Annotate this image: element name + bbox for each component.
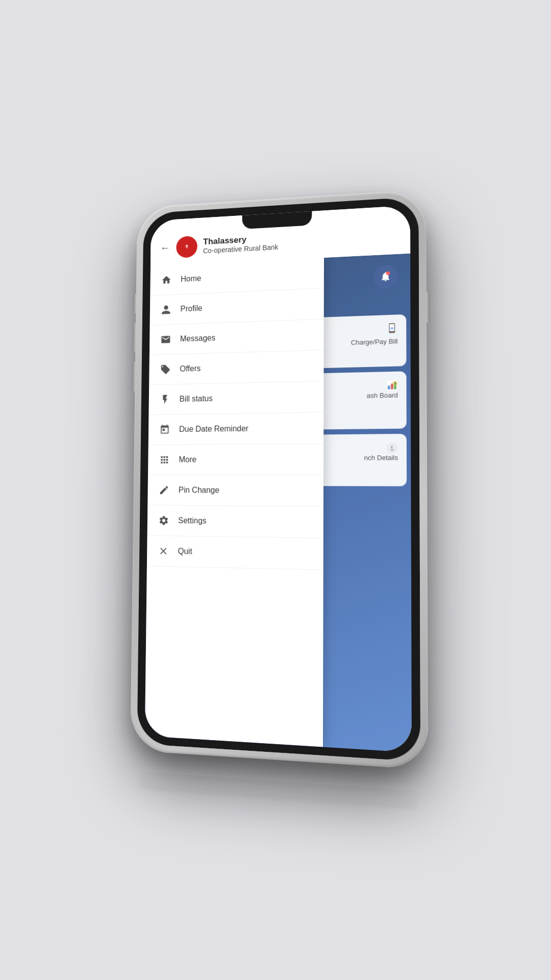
tag-icon — [159, 362, 172, 377]
menu-item-bill-status[interactable]: Bill status — [148, 381, 323, 415]
home-icon — [160, 273, 173, 287]
menu-label-quit: Quit — [178, 547, 192, 556]
menu-label-more: More — [179, 455, 196, 464]
svg-point-2 — [386, 271, 390, 275]
person-icon — [159, 303, 172, 317]
menu-label-offers: Offers — [180, 364, 201, 373]
back-button[interactable]: ← — [160, 241, 171, 255]
main-area: ( 4001051406 ) Ch — [145, 254, 412, 753]
menu-label-bill-status: Bill status — [180, 394, 213, 404]
pencil-icon — [157, 483, 171, 497]
branch-details-card[interactable]: nch Details — [281, 434, 407, 486]
notification-button[interactable] — [373, 264, 397, 289]
calendar-icon — [158, 423, 172, 436]
dashboard-card[interactable]: ash Board — [281, 371, 406, 430]
bank-name: Thalassery Co-operative Rural Bank — [203, 233, 279, 255]
side-drawer: Home Profile — [145, 258, 324, 747]
menu-item-due-date-reminder[interactable]: Due Date Reminder — [148, 412, 323, 445]
silent-switch — [133, 294, 136, 313]
menu-label-profile: Profile — [180, 304, 202, 313]
phone-inner-bezel: ← ₹ Thalassery Co-operative Rural Bank — [137, 197, 421, 762]
svg-point-13 — [389, 445, 396, 452]
branch-details-label: nch Details — [364, 454, 398, 462]
menu-label-pin-change: Pin Change — [179, 486, 219, 495]
lightning-icon — [158, 393, 172, 407]
power-button — [427, 292, 430, 323]
envelope-icon — [159, 332, 172, 347]
grid-icon — [158, 453, 171, 467]
screen: ← ₹ Thalassery Co-operative Rural Bank — [145, 205, 412, 752]
phone-device: ← ₹ Thalassery Co-operative Rural Bank — [130, 189, 428, 770]
drawer-overlay[interactable] — [323, 254, 412, 753]
bank-logo: ₹ — [176, 236, 197, 258]
menu-item-settings[interactable]: Settings — [147, 505, 323, 538]
gear-icon — [157, 513, 171, 528]
x-icon — [157, 544, 170, 558]
menu-item-messages[interactable]: Messages — [149, 320, 323, 355]
menu-item-pin-change[interactable]: Pin Change — [147, 475, 323, 507]
volume-down-button — [132, 362, 135, 391]
menu-label-home: Home — [181, 274, 201, 284]
menu-item-offers[interactable]: Offers — [149, 350, 323, 385]
menu-item-quit[interactable]: Quit — [147, 536, 323, 570]
menu-label-messages: Messages — [180, 333, 215, 344]
volume-up-button — [133, 323, 136, 352]
screen-content: ← ₹ Thalassery Co-operative Rural Bank — [145, 205, 412, 752]
svg-rect-8 — [388, 385, 390, 389]
menu-label-due-date-reminder: Due Date Reminder — [179, 424, 248, 434]
menu-label-settings: Settings — [178, 516, 206, 525]
svg-text:₹: ₹ — [185, 244, 188, 250]
